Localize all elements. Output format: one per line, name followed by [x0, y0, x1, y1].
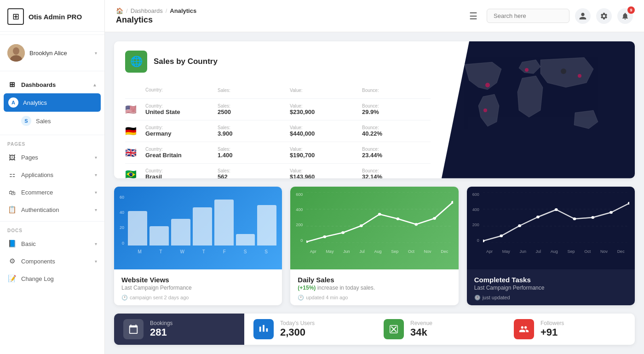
sales-left-panel: 🌐 Sales by Country Country: Sales: Value… [114, 41, 442, 178]
x-label: T [202, 249, 205, 254]
flag-gb: 🇬🇧 [125, 147, 142, 158]
today-users-value: 2,300 [280, 326, 365, 338]
sales-by-country-card: 🌐 Sales by Country Country: Sales: Value… [114, 41, 635, 178]
x-label: Apr [486, 249, 493, 254]
country-gb: Great Britain [145, 152, 214, 159]
website-views-chart: 6040200 M [114, 187, 282, 269]
website-views-time: 🕐 campaign sent 2 days ago [121, 295, 275, 301]
x-label: Dec [617, 249, 625, 254]
bookings-value: 281 [150, 326, 235, 338]
clock-icon: 🕐 [474, 295, 481, 301]
x-label: S [264, 249, 268, 254]
bounce-gb: 23.44% [362, 152, 431, 159]
dashboards-chevron: ▲ [92, 82, 97, 87]
daily-sales-svg [306, 192, 453, 243]
x-label: W [180, 249, 184, 254]
x-label: Jun [519, 249, 526, 254]
world-map-panel [442, 41, 635, 178]
col-bounce-label: Bounce: [362, 88, 379, 93]
svg-point-17 [397, 217, 400, 220]
search-input[interactable] [487, 9, 569, 23]
completed-tasks-title: Completed Tasks [474, 276, 627, 284]
pages-label: Pages [21, 154, 38, 161]
bar [236, 234, 255, 246]
completed-tasks-card: 6004002000 [467, 187, 635, 305]
sidebar-item-dashboards[interactable]: ⊞ Dashboards ▲ [0, 76, 104, 93]
value-de: $440,000 [290, 130, 358, 137]
x-label: Sep [391, 249, 398, 254]
avatar [7, 44, 25, 62]
svg-point-19 [433, 217, 436, 220]
settings-icon[interactable] [596, 8, 612, 24]
header-left: 🏠 / Dashboards / Analytics Analytics [116, 7, 460, 25]
applications-icon: ⚏ [7, 170, 17, 179]
sales-title: Sales by Country [154, 57, 218, 66]
breadcrumb: 🏠 / Dashboards / Analytics [116, 7, 460, 14]
app-name: Otis Admin PRO [29, 13, 82, 21]
sales-badge: S [21, 116, 31, 126]
completed-tasks-chart: 6004002000 [467, 187, 635, 269]
sidebar-item-analytics[interactable]: A Analytics [4, 93, 101, 112]
table-row: 🇧🇷 Country:Brasil Sales:562 Value:$143,9… [125, 164, 431, 178]
bar [214, 200, 234, 246]
sidebar-item-authentication[interactable]: 📋 Authentication ▾ [0, 201, 104, 218]
sidebar-item-basic[interactable]: 📘 Basic ▾ [0, 235, 104, 252]
applications-chevron: ▾ [95, 172, 97, 177]
x-label: Aug [551, 249, 558, 254]
dashboards-icon: ⊞ [7, 80, 17, 89]
x-label: Aug [374, 249, 381, 254]
today-users-label: Today's Users [280, 320, 365, 326]
sales-globe-icon: 🌐 [125, 51, 147, 73]
stat-bookings: Bookings 281 [114, 314, 244, 345]
daily-sales-card: 6004002000 [290, 187, 458, 305]
user-profile-icon[interactable] [575, 8, 591, 24]
daily-sales-highlight: (+15%) [298, 285, 316, 291]
user-section[interactable]: Brooklyn Alice ▾ [0, 38, 104, 68]
x-label: M [138, 249, 141, 254]
flag-de: 🇩🇪 [125, 126, 142, 137]
country-us: United State [145, 108, 214, 115]
authentication-chevron: ▾ [95, 207, 97, 212]
stat-revenue: Revenue 34k [374, 314, 505, 345]
followers-label: Followers [540, 320, 626, 326]
sidebar-item-sales[interactable]: S Sales [0, 112, 104, 130]
charts-row: 6040200 M [114, 187, 635, 305]
sidebar-item-components[interactable]: ⚙ Components ▾ [0, 252, 104, 270]
header-right: 9 [487, 8, 633, 24]
hamburger-icon[interactable]: ☰ [467, 9, 479, 23]
authentication-icon: 📋 [7, 205, 17, 214]
svg-point-16 [378, 213, 381, 216]
svg-point-14 [342, 231, 345, 234]
bookings-icon [123, 319, 144, 339]
x-label: Apr [310, 249, 316, 254]
page-title: Analytics [116, 15, 460, 25]
bookings-label: Bookings [150, 320, 235, 326]
sidebar-item-applications[interactable]: ⚏ Applications ▾ [0, 166, 104, 183]
svg-point-3 [485, 83, 490, 87]
revenue-label: Revenue [410, 320, 495, 326]
sales-br: 562 [218, 173, 286, 178]
x-label: May [326, 249, 334, 254]
sidebar-item-changelog[interactable]: 📝 Change Log [0, 270, 104, 287]
sales-de: 3.900 [218, 130, 286, 137]
col-sales-label: Sales: [218, 88, 230, 93]
x-label: Nov [424, 249, 431, 254]
main-area: 🏠 / Dashboards / Analytics Analytics ☰ 9 [105, 0, 644, 354]
sidebar-item-pages[interactable]: 🖼 Pages ▾ [0, 148, 104, 166]
notifications-icon[interactable]: 9 [617, 8, 633, 24]
col-country-label: Country: [145, 87, 214, 92]
svg-point-4 [483, 108, 487, 112]
svg-point-31 [591, 216, 594, 219]
sales-gb: 1.400 [218, 152, 286, 159]
sales-us: 2500 [218, 108, 286, 115]
basic-label: Basic [21, 240, 36, 247]
sidebar-item-ecommerce[interactable]: 🛍 Ecommerce ▾ [0, 183, 104, 201]
analytics-label: Analytics [23, 99, 47, 106]
daily-sales-info: Daily Sales (+15%) increase in today sal… [290, 269, 458, 305]
daily-sales-title: Daily Sales [298, 276, 451, 284]
bar [257, 205, 276, 246]
authentication-label: Authentication [21, 206, 59, 213]
pages-icon: 🖼 [7, 153, 17, 162]
stat-followers: Followers +91 [505, 314, 635, 345]
analytics-badge: A [8, 97, 18, 108]
